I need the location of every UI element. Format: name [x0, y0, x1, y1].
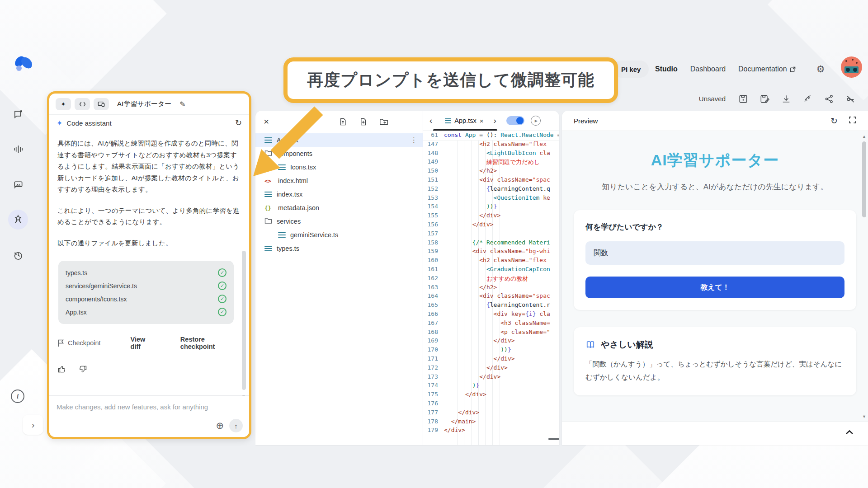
history-icon[interactable] — [8, 245, 28, 265]
line-number: 171 — [423, 355, 444, 364]
thumbs-down-icon[interactable] — [78, 365, 87, 375]
code-line: 178 </main> — [423, 418, 559, 427]
screenshot-root: PI key StudioDashboardDocumentation ⚙ i … — [0, 0, 868, 488]
line-number: 147 — [423, 141, 444, 150]
settings-gear-icon[interactable]: ⚙ — [816, 64, 825, 75]
code-text: <div key={i} cla — [444, 310, 559, 319]
code-text — [444, 400, 559, 409]
line-number: 158 — [423, 239, 444, 248]
auto-run-toggle[interactable] — [506, 116, 524, 125]
code-text: <div className="bg-whi — [444, 248, 559, 257]
spark-mode-button[interactable]: ✦ — [56, 98, 71, 110]
gemini-logo[interactable] — [13, 54, 33, 75]
attach-plus-icon[interactable]: ⊕ — [216, 420, 224, 431]
topic-input[interactable]: 関数 — [585, 241, 844, 265]
line-number: 167 — [423, 319, 444, 328]
upload-file-icon[interactable] — [339, 117, 347, 126]
question-label: 何を学びたいですか？ — [585, 222, 844, 232]
nav-documentation[interactable]: Documentation — [738, 65, 796, 73]
file-services[interactable]: services — [255, 215, 423, 228]
updated-file-name: App.tsx — [66, 309, 87, 316]
api-key-button[interactable]: PI key — [613, 61, 649, 78]
code-content[interactable]: 61const App = (): React.ReactNode => {14… — [423, 131, 559, 445]
preview-scroll-up-arrow[interactable]: ▲ — [862, 134, 866, 139]
line-number: 165 — [423, 301, 444, 310]
code-line: 169 </div> — [423, 337, 559, 346]
preview-scrollbar[interactable] — [862, 141, 866, 217]
tab-scroll-left-icon[interactable]: ‹ — [429, 116, 432, 126]
nav-dashboard[interactable]: Dashboard — [690, 65, 726, 73]
file-index-tsx[interactable]: index.tsx — [255, 188, 423, 201]
tab-app-tsx[interactable]: App.tsx × — [445, 117, 483, 125]
app-header-row: ✦ AI学習サポーター ✎ — [49, 94, 249, 114]
arrow-up-icon: ↑ — [234, 422, 238, 430]
editor-hscrollbar[interactable] — [548, 438, 559, 440]
new-folder-icon[interactable] — [379, 117, 388, 126]
prompt-input[interactable]: Make changes, add new features, ask for … — [57, 403, 208, 411]
external-link-icon — [790, 66, 796, 72]
fullscreen-icon[interactable] — [849, 116, 856, 126]
deploy-rocket-icon[interactable] — [803, 94, 812, 103]
explanation-card: やさしい解説 「関数（かんすう）」って、ちょっとむずかしそうな言葉だけど、実はそ… — [574, 327, 856, 395]
run-play-button[interactable]: ▶ — [531, 116, 541, 126]
code-text: <div className="spac — [444, 292, 559, 301]
code-text: ))} — [444, 203, 559, 212]
checkpoint-row: Checkpoint View diff Restore checkpoint — [57, 336, 240, 350]
nav-label: Documentation — [738, 65, 787, 73]
feedback-row — [57, 365, 240, 375]
file-types-ts[interactable]: types.ts — [255, 242, 423, 255]
send-button[interactable]: ↑ — [229, 419, 243, 432]
explanation-body: 「関数（かんすう）」って、ちょっとむずかしそうな言葉だけど、実はそんなにむずかし… — [585, 358, 844, 384]
app-title: AI学習サポーター — [117, 100, 171, 108]
nav-studio[interactable]: Studio — [655, 65, 678, 73]
chat-scrollbar[interactable] — [242, 251, 246, 390]
code-assistant-panel: ✦ AI学習サポーター ✎ ✦ Code assistant ↻ 具体的には、A… — [47, 91, 251, 439]
tab-scroll-right-icon[interactable]: › — [493, 116, 496, 126]
media-chat-icon[interactable] — [8, 174, 28, 194]
tab-close-icon[interactable]: × — [480, 117, 484, 125]
preview-toolbar: Unsaved — [699, 94, 855, 103]
save-as-icon[interactable] — [760, 94, 769, 103]
view-diff-button[interactable]: View diff — [131, 336, 157, 350]
file-index-html[interactable]: <>index.html — [255, 174, 423, 188]
user-avatar[interactable] — [841, 56, 862, 78]
new-file-icon[interactable] — [359, 117, 368, 126]
expand-console-icon[interactable] — [845, 428, 854, 436]
preview-refresh-icon[interactable]: ↻ — [830, 116, 838, 126]
code-text — [444, 230, 559, 239]
file-app-tsx[interactable]: App.tsx⋮ — [255, 133, 423, 147]
expand-panel-handle[interactable]: › — [23, 415, 43, 435]
assistant-paragraph: 具体的には、AIが解説と練習問題を作成するのと同時に、関連する書籍やウェブサイト… — [57, 138, 240, 196]
code-line: 159 <div className="bg-whi — [423, 248, 559, 257]
restore-checkpoint-button[interactable]: Restore checkpoint — [180, 336, 240, 350]
voice-waveform-icon[interactable] — [8, 139, 28, 159]
code-mode-button[interactable] — [75, 98, 90, 110]
preview-scroll-down-arrow[interactable]: ▼ — [862, 414, 866, 419]
line-number: 156 — [423, 221, 444, 230]
save-icon[interactable] — [739, 94, 748, 103]
updated-file-name: types.ts — [66, 269, 87, 277]
submit-button[interactable]: 教えて！ — [585, 277, 844, 298]
code-line: 158 {/* Recommended Materi — [423, 239, 559, 248]
preview-subtitle: 知りたいことを入力すると、AIがあなただけの先生になります。 — [562, 182, 868, 192]
file-kebab-icon[interactable]: ⋮ — [410, 136, 417, 144]
assistant-message-body: 具体的には、AIが解説と練習問題を作成するのと同時に、関連する書籍やウェブサイト… — [49, 131, 249, 395]
file-metadata-json[interactable]: {}metadata.json — [255, 201, 423, 215]
info-icon[interactable]: i — [11, 389, 24, 403]
key-off-icon[interactable] — [846, 94, 855, 103]
file-components[interactable]: components — [255, 147, 423, 160]
thumbs-up-icon[interactable] — [57, 365, 66, 375]
share-icon[interactable] — [825, 94, 834, 103]
file-icons-tsx[interactable]: Icons.tsx — [255, 160, 423, 174]
line-number: 173 — [423, 373, 444, 382]
preview-mode-button[interactable] — [94, 98, 109, 110]
file-geminiservice-ts[interactable]: geminiService.ts — [255, 228, 423, 242]
assistant-refresh-icon[interactable]: ↻ — [235, 118, 242, 128]
code-icon — [79, 101, 86, 107]
rename-pencil-icon[interactable]: ✎ — [179, 100, 185, 108]
apps-build-icon[interactable] — [8, 210, 28, 230]
new-chat-icon[interactable] — [8, 104, 28, 124]
close-explorer-icon[interactable]: × — [264, 116, 269, 127]
download-icon[interactable] — [782, 94, 791, 103]
file-name-label: services — [277, 218, 301, 225]
